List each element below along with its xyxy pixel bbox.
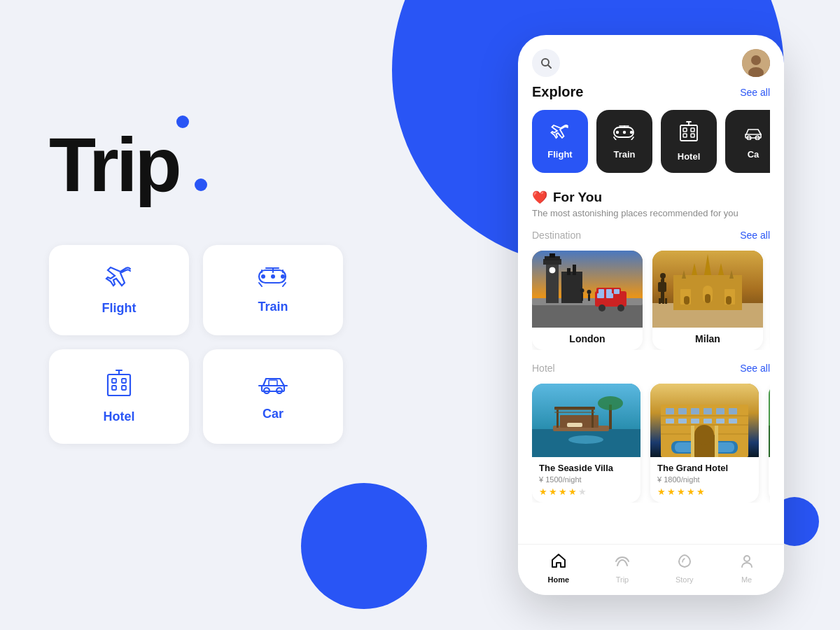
- third-hotel-image: [769, 384, 770, 457]
- for-you-subtitle: The most astonishing places recommended …: [532, 208, 770, 218]
- story-nav-icon: [677, 553, 692, 573]
- hotel-header: Hotel See all: [532, 363, 770, 374]
- svg-rect-36: [683, 128, 687, 132]
- car-label: Car: [262, 407, 284, 421]
- phone-frame: Explore See all Flight: [518, 35, 784, 595]
- svg-rect-130: [691, 426, 694, 457]
- train-icon: [258, 266, 288, 293]
- hotel-card-grand[interactable]: The Grand Hotel ¥ 1800/night ★ ★ ★ ★ ★: [650, 384, 759, 503]
- explore-see-all[interactable]: See all: [740, 87, 770, 98]
- grand-name: The Grand Hotel: [657, 463, 752, 473]
- star-3: ★: [559, 486, 567, 497]
- london-name: London: [532, 328, 643, 350]
- svg-rect-57: [598, 289, 604, 294]
- grand-hotel-image: [650, 384, 759, 457]
- svg-rect-86: [662, 276, 664, 282]
- dest-card-london[interactable]: London: [532, 251, 643, 350]
- home-nav-label: Home: [547, 575, 569, 584]
- left-panel: Trip Flight: [0, 0, 392, 630]
- nav-trip[interactable]: Trip: [615, 553, 630, 584]
- svg-rect-131: [715, 426, 718, 457]
- svg-point-2: [271, 274, 275, 279]
- grand-star-5: ★: [696, 486, 705, 497]
- explore-title: Explore: [532, 84, 583, 100]
- svg-point-25: [751, 55, 761, 65]
- chip-hotel-icon: [680, 121, 698, 147]
- svg-rect-114: [666, 408, 674, 414]
- star-2: ★: [549, 486, 557, 497]
- svg-point-65: [580, 288, 584, 293]
- svg-rect-116: [691, 408, 699, 414]
- svg-point-67: [587, 290, 592, 294]
- star-5-half: ★: [578, 486, 587, 497]
- nav-story[interactable]: Story: [676, 553, 694, 584]
- svg-point-29: [623, 131, 626, 134]
- phone-wrapper: Explore See all Flight: [518, 35, 784, 595]
- phone-topbar: [518, 35, 784, 84]
- svg-point-134: [744, 556, 750, 561]
- category-card-train[interactable]: Train: [203, 245, 343, 335]
- svg-rect-120: [666, 419, 674, 424]
- seaside-stars: ★ ★ ★ ★ ★: [539, 486, 634, 497]
- chip-car[interactable]: Ca: [725, 110, 770, 173]
- destination-cards: London: [532, 251, 770, 350]
- hotel-see-all[interactable]: See all: [740, 363, 770, 374]
- search-button[interactable]: [532, 49, 560, 77]
- svg-point-129: [694, 425, 714, 444]
- chip-train-label: Train: [613, 149, 635, 160]
- nav-me[interactable]: Me: [739, 553, 755, 584]
- chip-train[interactable]: Train: [596, 110, 652, 173]
- star-4: ★: [568, 486, 577, 497]
- hotel-card-third[interactable]: T: [769, 384, 770, 503]
- svg-point-28: [616, 131, 619, 134]
- app-title: Trip: [49, 126, 350, 203]
- hotel-label: Hotel: [532, 363, 555, 374]
- chip-hotel[interactable]: Hotel: [661, 110, 717, 173]
- for-you-title: For You: [553, 190, 602, 205]
- bottom-nav: Home Trip: [518, 544, 784, 595]
- svg-rect-121: [678, 419, 687, 424]
- svg-rect-60: [597, 293, 604, 298]
- dest-card-milan[interactable]: Milan: [652, 251, 763, 350]
- grand-stars: ★ ★ ★ ★ ★: [657, 486, 752, 497]
- svg-rect-37: [691, 128, 694, 132]
- category-card-hotel[interactable]: Hotel: [49, 349, 189, 444]
- me-nav-label: Me: [741, 575, 752, 584]
- svg-point-30: [630, 131, 633, 134]
- svg-rect-101: [592, 408, 594, 428]
- svg-point-3: [281, 274, 285, 279]
- seaside-villa-image: [532, 384, 640, 457]
- hotel-section: Hotel See all: [532, 363, 770, 503]
- svg-rect-10: [108, 374, 130, 396]
- for-you-heading: ❤️ For You: [532, 190, 770, 205]
- svg-rect-105: [567, 423, 582, 427]
- explore-section-header: Explore See all: [532, 84, 770, 100]
- svg-rect-123: [704, 419, 712, 424]
- destination-section: Destination See all: [532, 230, 770, 350]
- phone-content: Explore See all Flight: [518, 84, 784, 544]
- milan-name: Milan: [652, 328, 763, 350]
- grand-star-3: ★: [677, 486, 685, 497]
- svg-rect-53: [567, 268, 570, 275]
- svg-point-107: [598, 396, 623, 410]
- destination-see-all[interactable]: See all: [740, 230, 770, 241]
- chip-flight[interactable]: Flight: [532, 110, 588, 173]
- svg-rect-45: [532, 303, 643, 328]
- svg-rect-66: [588, 294, 590, 301]
- chip-train-icon: [613, 123, 636, 145]
- category-card-flight[interactable]: Flight: [49, 245, 189, 335]
- svg-rect-35: [680, 125, 697, 141]
- svg-rect-61: [606, 293, 613, 298]
- svg-rect-54: [573, 265, 576, 275]
- chip-hotel-label: Hotel: [678, 151, 701, 162]
- grand-info: The Grand Hotel ¥ 1800/night ★ ★ ★ ★ ★: [650, 457, 759, 503]
- category-card-car[interactable]: Car: [203, 349, 343, 444]
- hotel-card-seaside[interactable]: The Seaside Villa ¥ 1500/night ★ ★ ★ ★ ★: [532, 384, 640, 503]
- chip-flight-icon: [550, 123, 570, 145]
- grand-star-2: ★: [667, 486, 676, 497]
- svg-rect-81: [726, 296, 732, 304]
- svg-rect-38: [683, 134, 687, 137]
- user-avatar[interactable]: [742, 49, 770, 77]
- nav-home[interactable]: Home: [547, 553, 569, 584]
- category-chips: Flight: [532, 110, 770, 173]
